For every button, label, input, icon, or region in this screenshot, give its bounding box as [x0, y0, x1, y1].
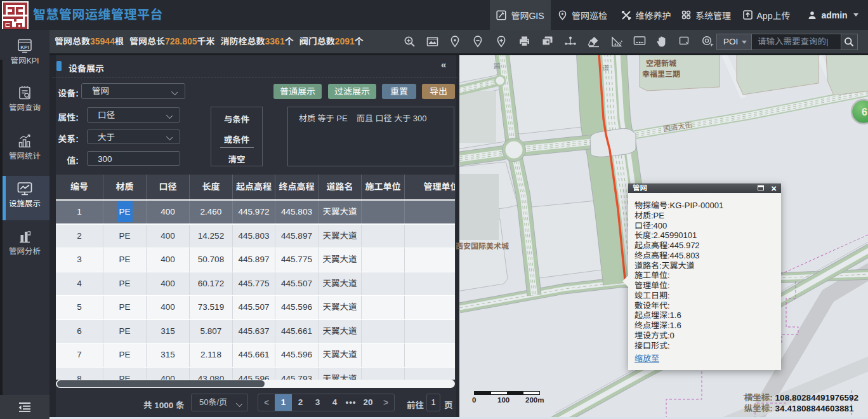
svg-text:6: 6: [862, 107, 867, 117]
svg-text:KPI: KPI: [20, 44, 29, 50]
